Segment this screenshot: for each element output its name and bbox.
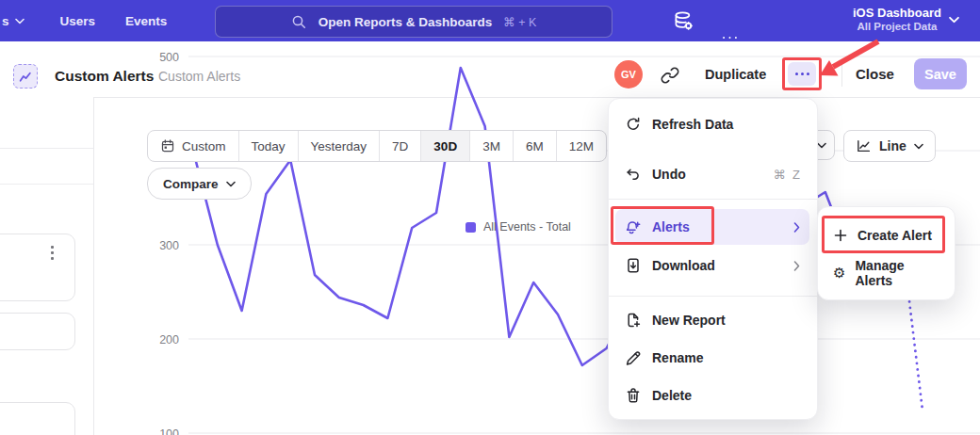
alerts-label: Alerts <box>652 219 690 234</box>
menu-divider <box>609 296 817 297</box>
plus-icon <box>833 228 848 243</box>
nav-item-partial[interactable]: s <box>2 14 24 28</box>
svg-text:200: 200 <box>159 333 179 346</box>
new-report-label: New Report <box>652 313 726 328</box>
sidebar-card[interactable] <box>0 313 75 350</box>
search-placeholder: Open Reports & Dashboards <box>318 15 493 29</box>
chevron-down-icon <box>226 181 236 187</box>
project-title: iOS Dashboard <box>853 6 941 20</box>
alerts-submenu: Create Alert ⚙ Manage Alerts <box>817 206 956 300</box>
download-label: Download <box>652 258 715 273</box>
legend-swatch <box>466 222 476 233</box>
chevron-right-icon <box>793 222 800 233</box>
sidebar-card[interactable] <box>0 234 75 301</box>
save-label: Save <box>924 67 956 82</box>
range-30d-selected[interactable]: 30D <box>421 131 470 161</box>
chevron-down-icon <box>15 18 24 24</box>
menu-item-delete[interactable]: Delete <box>615 378 809 413</box>
undo-shortcut: ⌘ Z <box>773 168 802 182</box>
project-switcher[interactable]: iOS Dashboard All Project Data <box>853 6 959 33</box>
avatar-initials: GV <box>621 69 636 80</box>
more-options-menu: Refresh Data Data from 1 min ago Undo ⌘ … <box>608 98 818 420</box>
submenu-item-manage-alerts[interactable]: ⚙ Manage Alerts <box>824 255 949 291</box>
bell-plus-icon <box>625 218 642 235</box>
duplicate-label: Duplicate <box>705 67 766 82</box>
nav-events-label: Events <box>125 14 167 28</box>
undo-label: Undo <box>652 167 686 182</box>
close-button[interactable]: Close <box>856 66 894 82</box>
range-6m[interactable]: 6M <box>514 131 557 161</box>
range-custom-label: Custom <box>182 139 226 153</box>
breadcrumb: Custom Alerts <box>158 69 240 84</box>
rename-label: Rename <box>652 350 703 365</box>
chart-type-label: Line <box>879 138 906 153</box>
submenu-item-create-alert[interactable]: Create Alert <box>824 218 949 253</box>
range-3m[interactable]: 3M <box>470 131 514 161</box>
calendar-icon <box>160 138 175 153</box>
range-label: 30D <box>433 139 457 153</box>
svg-text:300: 300 <box>159 239 179 252</box>
duplicate-button[interactable]: Duplicate <box>705 67 766 82</box>
sidebar-divider <box>0 148 93 149</box>
compare-button[interactable]: Compare <box>147 168 252 200</box>
menu-item-new-report[interactable]: New Report <box>615 302 809 338</box>
save-button[interactable]: Save <box>914 58 967 89</box>
nav-item-events[interactable]: Events <box>125 14 167 28</box>
range-yesterday[interactable]: Yesterday <box>299 131 381 161</box>
report-type-tile <box>13 64 38 89</box>
range-today[interactable]: Today <box>239 131 299 161</box>
create-alert-label: Create Alert <box>858 228 932 243</box>
menu-item-refresh-data[interactable]: Refresh Data <box>615 106 809 142</box>
undo-icon <box>625 166 642 183</box>
download-icon <box>625 257 642 274</box>
range-label: Yesterday <box>311 139 368 153</box>
search-icon <box>291 14 307 30</box>
sidebar-card[interactable] <box>0 402 75 435</box>
chevron-right-icon <box>793 261 800 271</box>
pencil-icon <box>625 349 642 366</box>
chevron-down-icon <box>914 143 923 150</box>
trash-icon <box>625 387 642 404</box>
app-window: s Users Events Open Reports & Dashboards… <box>0 0 980 435</box>
range-label: 6M <box>526 139 544 153</box>
menu-item-rename[interactable]: Rename <box>615 340 809 376</box>
range-label: 7D <box>392 139 408 153</box>
nav-users-label: Users <box>60 14 96 28</box>
kebab-menu-icon[interactable] <box>51 246 54 260</box>
dot <box>795 72 798 75</box>
range-label: 3M <box>482 139 500 153</box>
copy-link-button[interactable] <box>660 65 680 86</box>
menu-divider <box>609 199 817 200</box>
data-management-button[interactable] <box>672 9 694 32</box>
menu-item-download[interactable]: Download <box>615 248 809 283</box>
avatar[interactable]: GV <box>614 60 643 89</box>
chart-legend: All Events - Total <box>466 220 571 234</box>
chevron-down-icon <box>817 142 826 149</box>
range-12m[interactable]: 12M <box>557 131 606 161</box>
chart-type-button[interactable]: Line <box>843 130 936 162</box>
refresh-icon <box>625 116 642 133</box>
menu-item-alerts[interactable]: Alerts <box>615 209 809 245</box>
manage-alerts-label: Manage Alerts <box>855 258 939 288</box>
date-range-selector: Custom Today Yesterday 7D 30D 3M 6M 12M <box>147 130 607 162</box>
document-plus-icon <box>625 312 642 329</box>
dot <box>807 72 809 75</box>
page-title: Custom Alerts <box>55 68 154 85</box>
legend-label: All Events - Total <box>483 220 571 234</box>
compare-label: Compare <box>163 177 219 191</box>
delete-label: Delete <box>652 388 692 403</box>
svg-text:100: 100 <box>159 427 179 435</box>
nav-item-partial-label: s <box>2 14 9 28</box>
more-options-button[interactable] <box>788 62 816 86</box>
insights-chart-icon <box>19 71 32 83</box>
global-search-input[interactable]: Open Reports & Dashboards ⌘ + K <box>215 6 612 38</box>
database-icon <box>673 10 694 31</box>
project-text: iOS Dashboard All Project Data <box>853 6 941 33</box>
link-icon <box>661 66 679 85</box>
header-divider <box>841 62 842 87</box>
range-custom[interactable]: Custom <box>148 131 239 161</box>
line-chart-icon <box>856 138 872 154</box>
nav-item-users[interactable]: Users <box>60 14 96 28</box>
project-subtitle: All Project Data <box>853 20 941 33</box>
range-7d[interactable]: 7D <box>380 131 421 161</box>
